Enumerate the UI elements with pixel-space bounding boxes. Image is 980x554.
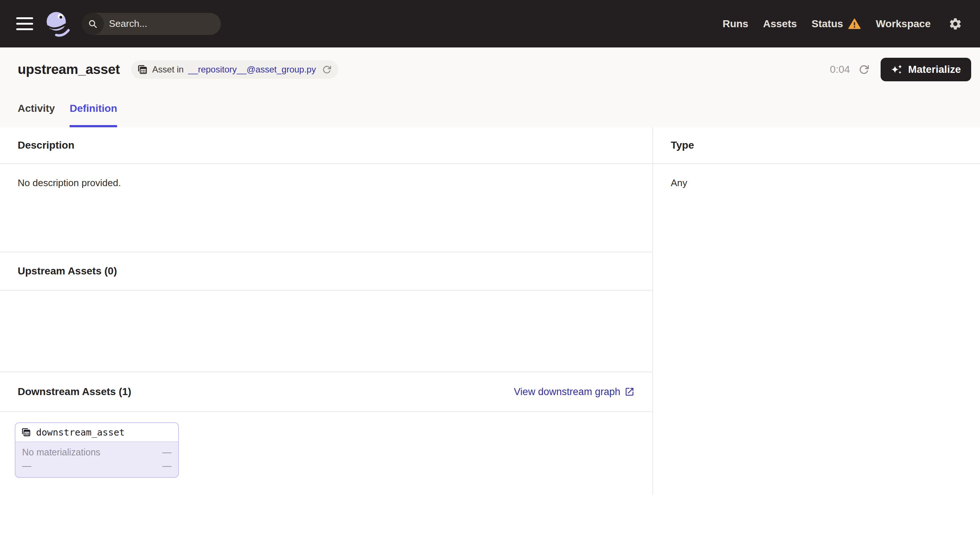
downstream-asset-card-body: No materializations — — — (16, 442, 178, 477)
type-section-header: Type (653, 127, 980, 164)
search-bar: / (82, 13, 221, 35)
asset-table-icon (137, 64, 148, 75)
description-body: No description provided. (0, 164, 652, 252)
reload-icon[interactable] (322, 65, 332, 75)
upstream-heading: Upstream Assets (0) (18, 265, 117, 277)
nav-item-assets[interactable]: Assets (763, 18, 797, 30)
materialization-status-label: No materializations (22, 447, 101, 458)
hamburger-icon[interactable] (16, 17, 33, 30)
downstream-asset-name: downstream_asset (36, 427, 125, 438)
search-input[interactable] (104, 18, 221, 29)
tab-definition[interactable]: Definition (70, 92, 117, 127)
nav-item-status-label: Status (812, 18, 843, 30)
refresh-icon[interactable] (858, 64, 870, 75)
upstream-section-header: Upstream Assets (0) (0, 252, 652, 291)
materialize-button-label: Materialize (908, 64, 961, 75)
header-actions: 0:04 Materialize (830, 58, 971, 81)
left-column: Description No description provided. Ups… (0, 127, 653, 495)
downstream-asset-card[interactable]: downstream_asset No materializations — —… (15, 422, 179, 478)
type-heading: Type (671, 139, 694, 151)
nav-item-workspace[interactable]: Workspace (876, 18, 931, 30)
nav-right-group: Runs Assets Status Workspace (723, 17, 962, 31)
badge-prefix-label: Asset in (152, 64, 184, 75)
downstream-heading: Downstream Assets (1) (18, 386, 131, 398)
tab-bar: Activity Definition (0, 92, 980, 127)
repository-link[interactable]: __repository__@asset_group.py (188, 64, 316, 75)
view-downstream-graph-label: View downstream graph (514, 386, 620, 398)
definition-content: Description No description provided. Ups… (0, 127, 980, 495)
search-icon (82, 13, 104, 35)
nav-left-group: / (16, 10, 221, 38)
refresh-timer: 0:04 (830, 64, 850, 75)
materialization-dash: — (162, 447, 172, 458)
page-header: upstream_asset Asset in __repository__@a… (0, 48, 980, 127)
right-column: Type Any (653, 127, 980, 495)
nav-item-runs[interactable]: Runs (723, 18, 749, 30)
type-value: Any (653, 164, 980, 202)
partition-dash-right: — (162, 460, 172, 471)
asset-location-badge: Asset in __repository__@asset_group.py (131, 60, 339, 79)
partition-dash-left: — (22, 460, 31, 471)
downstream-section-header: Downstream Assets (1) View downstream gr… (0, 372, 652, 412)
warning-triangle-icon (848, 17, 861, 30)
materialize-button[interactable]: Materialize (881, 58, 971, 81)
downstream-assets-list: downstream_asset No materializations — —… (0, 412, 652, 495)
tab-activity[interactable]: Activity (18, 92, 55, 127)
sparkles-icon (891, 64, 903, 76)
materialization-status-row: No materializations — (22, 446, 172, 459)
top-nav: / Runs Assets Status Workspace (0, 0, 980, 48)
upstream-empty-body (0, 291, 652, 372)
nav-item-status[interactable]: Status (812, 17, 862, 30)
partition-status-row: — — (22, 459, 172, 473)
dagster-logo[interactable] (43, 10, 72, 38)
description-heading: Description (18, 139, 74, 151)
asset-table-icon (21, 427, 31, 438)
downstream-asset-card-header: downstream_asset (16, 423, 178, 442)
description-section-header: Description (0, 127, 652, 164)
gear-icon[interactable] (948, 17, 962, 31)
view-downstream-graph-link[interactable]: View downstream graph (514, 386, 635, 398)
external-link-icon (624, 387, 635, 397)
page-title: upstream_asset (18, 62, 120, 77)
